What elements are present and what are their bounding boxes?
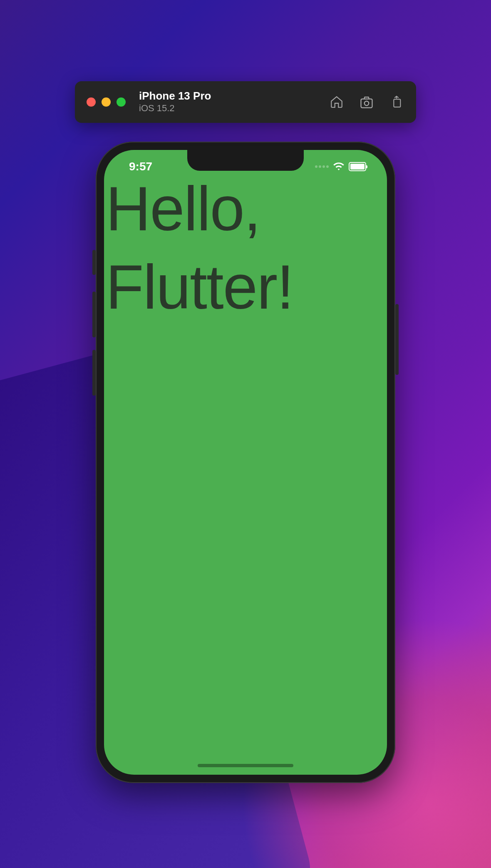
phone-screen[interactable]: 9:57	[104, 150, 387, 775]
svg-rect-0	[361, 99, 372, 108]
screenshot-icon[interactable]	[359, 94, 374, 110]
close-window-button[interactable]	[87, 97, 96, 107]
home-indicator[interactable]	[198, 764, 293, 767]
os-version: iOS 15.2	[139, 102, 211, 115]
device-name: iPhone 13 Pro	[139, 90, 211, 102]
minimize-window-button[interactable]	[102, 97, 111, 107]
wifi-icon	[333, 162, 345, 171]
signal-icon	[315, 165, 329, 168]
app-greeting-text: Hello, Flutter!	[104, 170, 387, 326]
home-icon[interactable]	[329, 94, 345, 110]
toolbar-title: iPhone 13 Pro iOS 15.2	[139, 90, 211, 115]
simulator-toolbar: iPhone 13 Pro iOS 15.2	[75, 81, 416, 123]
volume-down-button[interactable]	[92, 350, 96, 396]
maximize-window-button[interactable]	[117, 97, 126, 107]
svg-rect-2	[394, 99, 400, 107]
rotate-icon[interactable]	[389, 94, 404, 110]
toolbar-actions	[329, 94, 404, 110]
battery-icon	[349, 162, 366, 171]
phone-frame: 9:57	[96, 142, 395, 783]
status-right	[315, 162, 366, 171]
status-time: 9:57	[129, 160, 152, 173]
svg-point-1	[365, 101, 369, 106]
window-controls	[87, 97, 126, 107]
mute-switch[interactable]	[92, 250, 96, 275]
volume-up-button[interactable]	[92, 292, 96, 337]
power-button[interactable]	[395, 304, 399, 375]
notch	[187, 150, 304, 171]
